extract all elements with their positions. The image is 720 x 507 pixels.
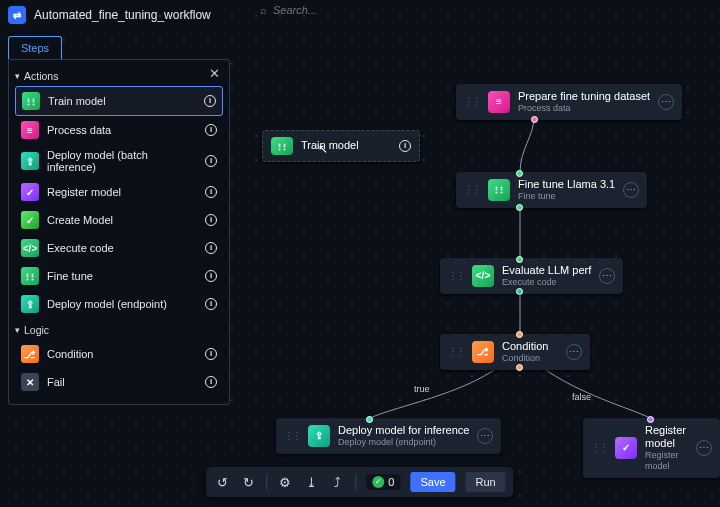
port-in[interactable] (516, 170, 523, 177)
redo-icon[interactable]: ↻ (240, 475, 256, 490)
port-out[interactable] (516, 364, 523, 371)
gear-icon[interactable]: ⚙ (277, 475, 293, 490)
undo-icon[interactable]: ↺ (214, 475, 230, 490)
share-icon: ⇪ (21, 295, 39, 313)
port-out[interactable] (516, 204, 523, 211)
separator (266, 474, 267, 490)
workflow-title: Automated_fine_tuning_workflow (34, 8, 211, 22)
sliders-icon: ⫶⫶ (22, 92, 40, 110)
info-icon[interactable]: i (205, 348, 217, 360)
node-subtitle: Register model (645, 450, 688, 472)
info-icon[interactable]: i (205, 186, 217, 198)
drag-handle-icon[interactable]: ⋮⋮ (284, 430, 300, 441)
node-condition[interactable]: ⋮⋮ ⎇ Condition Condition ⋯ (440, 334, 590, 370)
port-out[interactable] (531, 116, 538, 123)
drag-handle-icon[interactable]: ⋮⋮ (591, 442, 607, 453)
info-icon[interactable]: i (205, 124, 217, 136)
step-create-model[interactable]: ✓ Create Model i (15, 206, 223, 234)
info-icon[interactable]: i (205, 270, 217, 282)
header-bar: ⇄ Automated_fine_tuning_workflow ⌕ (0, 0, 720, 30)
step-deploy-endpoint[interactable]: ⇪ Deploy model (endpoint) i (15, 290, 223, 318)
node-subtitle: Process data (518, 103, 650, 114)
bottom-toolbar: ↺ ↻ ⚙ ⤓ ⤴ ✓ 0 Save Run (206, 467, 513, 497)
info-icon[interactable]: i (205, 242, 217, 254)
share-icon: ⇪ (308, 425, 330, 447)
node-menu-icon[interactable]: ⋯ (599, 268, 615, 284)
check-icon: ✓ (615, 437, 637, 459)
status-indicator[interactable]: ✓ 0 (366, 474, 400, 490)
sliders-icon: ⫶⫶ (271, 137, 293, 155)
step-fine-tune[interactable]: ⫶⫶ Fine tune i (15, 262, 223, 290)
node-title: Fine tune Llama 3.1 (518, 178, 615, 191)
check-icon: ✓ (21, 183, 39, 201)
node-fine-tune[interactable]: ⋮⋮ ⫶⫶ Fine tune Llama 3.1 Fine tune ⋯ (456, 172, 647, 208)
node-menu-icon[interactable]: ⋯ (658, 94, 674, 110)
step-register-model[interactable]: ✓ Register model i (15, 178, 223, 206)
upload-icon[interactable]: ⤴ (329, 475, 345, 490)
drag-handle-icon[interactable]: ⋮⋮ (448, 270, 464, 281)
group-label: Actions (24, 70, 58, 82)
drag-handle-icon[interactable]: ⋮⋮ (464, 184, 480, 195)
search-input[interactable] (273, 4, 423, 16)
node-menu-icon[interactable]: ⋯ (477, 428, 493, 444)
port-in[interactable] (516, 331, 523, 338)
port-out[interactable] (516, 288, 523, 295)
node-menu-icon[interactable]: ⋯ (623, 182, 639, 198)
steps-panel-body: ▾ Actions ⫶⫶ Train model i ≡ Process dat… (8, 59, 230, 405)
step-deploy-batch[interactable]: ⇪ Deploy model (batch inference) i (15, 144, 223, 178)
node-title: Condition (502, 340, 558, 353)
node-evaluate[interactable]: ⋮⋮ </> Evaluate LLM perf Execute code ⋯ (440, 258, 623, 294)
code-icon: </> (21, 239, 39, 257)
port-in[interactable] (647, 416, 654, 423)
info-icon[interactable]: i (205, 214, 217, 226)
step-execute-code[interactable]: </> Execute code i (15, 234, 223, 262)
branch-icon: ⎇ (472, 341, 494, 363)
workflow-icon: ⇄ (8, 6, 26, 24)
node-title: Prepare fine tuning dataset (518, 90, 650, 103)
share-icon: ⇪ (21, 152, 39, 170)
step-fail[interactable]: ✕ Fail i (15, 368, 223, 396)
info-icon[interactable]: i (399, 140, 411, 152)
node-subtitle: Execute code (502, 277, 591, 288)
info-icon[interactable]: i (205, 155, 217, 167)
group-header-logic[interactable]: ▾ Logic (15, 318, 223, 340)
search-icon: ⌕ (260, 4, 267, 16)
node-deploy-inference[interactable]: ⋮⋮ ⇪ Deploy model for inference Deploy m… (276, 418, 501, 454)
steps-panel: Steps ✕ ▾ Actions ⫶⫶ Train model i ≡ Pro… (8, 36, 230, 405)
node-train-model-ghost[interactable]: ⫶⫶ Train model i (262, 130, 420, 162)
node-register-model[interactable]: ⋮⋮ ✓ Register model Register model ⋯ (583, 418, 720, 478)
search-box[interactable]: ⌕ (260, 4, 460, 16)
node-title: Register model (645, 424, 688, 450)
step-condition[interactable]: ⎇ Condition i (15, 340, 223, 368)
group-header-actions[interactable]: ▾ Actions (15, 64, 223, 86)
step-process-data[interactable]: ≡ Process data i (15, 116, 223, 144)
check-icon: ✓ (21, 211, 39, 229)
port-in[interactable] (516, 256, 523, 263)
edge-label-false: false (572, 392, 591, 402)
save-button[interactable]: Save (410, 472, 455, 492)
info-icon[interactable]: i (205, 376, 217, 388)
edge-label-true: true (414, 384, 430, 394)
node-menu-icon[interactable]: ⋯ (696, 440, 712, 456)
status-ok-icon: ✓ (372, 476, 384, 488)
port-in[interactable] (366, 416, 373, 423)
stack-icon: ≡ (21, 121, 39, 139)
branch-icon: ⎇ (21, 345, 39, 363)
info-icon[interactable]: i (204, 95, 216, 107)
tab-steps[interactable]: Steps (8, 36, 62, 59)
download-icon[interactable]: ⤓ (303, 475, 319, 490)
node-menu-icon[interactable]: ⋯ (566, 344, 582, 360)
chevron-down-icon: ▾ (15, 325, 20, 335)
close-icon[interactable]: ✕ (209, 66, 220, 81)
stack-icon: ≡ (488, 91, 510, 113)
node-subtitle: Deploy model (endpoint) (338, 437, 469, 448)
info-icon[interactable]: i (205, 298, 217, 310)
run-button[interactable]: Run (466, 472, 506, 492)
drag-handle-icon[interactable]: ⋮⋮ (448, 346, 464, 357)
node-title: Deploy model for inference (338, 424, 469, 437)
drag-handle-icon[interactable]: ⋮⋮ (464, 96, 480, 107)
node-prepare-dataset[interactable]: ⋮⋮ ≡ Prepare fine tuning dataset Process… (456, 84, 682, 120)
node-title: Train model (301, 139, 391, 152)
step-train-model[interactable]: ⫶⫶ Train model i (15, 86, 223, 116)
group-label: Logic (24, 324, 49, 336)
